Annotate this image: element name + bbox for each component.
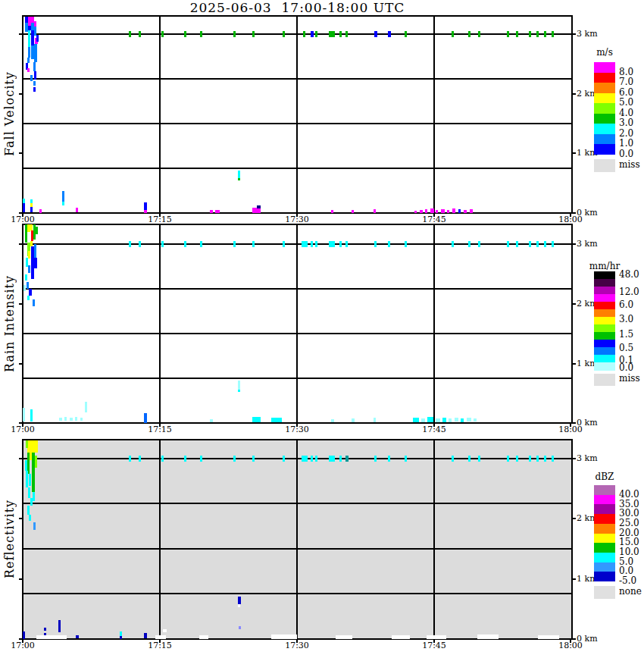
gridline-horizontal <box>23 333 572 334</box>
colorbar-segment <box>594 287 615 295</box>
colorbar-tick-label: 8.0 <box>619 67 633 77</box>
gridline-horizontal <box>23 458 572 459</box>
colorbar-missing-label: miss <box>619 159 640 170</box>
data-mark <box>388 456 390 462</box>
data-mark <box>405 456 407 462</box>
data-mark <box>336 635 352 639</box>
data-mark <box>238 381 240 390</box>
colorbar-missing-swatch <box>594 159 615 172</box>
data-mark <box>458 209 461 213</box>
data-mark <box>331 210 333 213</box>
data-mark <box>239 626 241 629</box>
colorbar-tick-label: 48.0 <box>619 269 639 280</box>
data-mark <box>27 58 30 63</box>
data-mark <box>28 487 30 498</box>
data-mark <box>392 635 410 639</box>
colorbar-segment <box>594 309 615 318</box>
data-mark <box>215 210 220 213</box>
colorbar-segment <box>594 332 615 340</box>
data-mark <box>59 418 62 421</box>
data-mark <box>27 296 30 300</box>
height-axis-tick-left <box>19 152 22 154</box>
data-mark <box>30 409 33 421</box>
height-axis-label: 3 km <box>577 29 598 39</box>
data-mark <box>478 241 480 247</box>
colorbar-segment <box>594 73 615 83</box>
height-axis-tick-right <box>573 152 576 154</box>
data-mark <box>238 390 240 392</box>
data-mark <box>374 209 376 213</box>
data-mark <box>536 456 539 462</box>
time-axis-label: 17:30 <box>285 641 309 650</box>
colorbar-segment <box>594 144 615 155</box>
data-mark <box>374 241 377 247</box>
data-mark <box>271 418 282 422</box>
colorbar-missing-swatch <box>594 374 615 386</box>
data-mark <box>467 418 471 421</box>
colorbar-unit-label: m/s <box>579 47 630 58</box>
data-mark <box>129 456 131 462</box>
panel-frame-left <box>22 224 23 423</box>
data-mark <box>35 456 37 468</box>
panel-title-fall-velocity: Fall Velocity <box>1 15 17 213</box>
data-mark <box>238 171 240 178</box>
panel-frame-left <box>22 439 23 639</box>
gridline-vertical <box>296 224 298 423</box>
height-axis-tick-left <box>19 303 22 305</box>
time-axis-label: 18:00 <box>558 641 583 650</box>
data-mark <box>238 178 240 180</box>
data-mark <box>468 31 470 37</box>
time-axis-label: 18:00 <box>558 425 583 434</box>
colorbar-segment <box>594 562 615 572</box>
panel-frame-right <box>571 15 573 213</box>
colorbar-segment <box>594 317 615 325</box>
height-axis-tick-right <box>573 363 576 365</box>
data-mark <box>120 636 122 639</box>
gridline-horizontal <box>23 503 572 504</box>
data-mark <box>76 208 78 212</box>
data-mark <box>184 456 186 462</box>
data-mark <box>139 31 141 37</box>
data-mark <box>238 604 240 607</box>
data-mark <box>58 620 61 632</box>
data-mark <box>529 241 531 247</box>
height-axis-tick-right <box>573 518 576 519</box>
data-mark <box>62 202 64 205</box>
gridline-vertical <box>159 439 161 639</box>
data-mark <box>200 456 202 462</box>
colorbar-segment <box>594 62 615 73</box>
colorbar-segment <box>594 103 615 114</box>
data-mark <box>161 31 164 37</box>
colorbar-tick-label: 1.5 <box>619 329 633 340</box>
gridline-horizontal <box>23 593 572 594</box>
data-mark <box>36 635 67 639</box>
height-axis-tick-left <box>19 93 22 95</box>
panel-frame-right <box>571 439 573 639</box>
data-mark <box>339 31 342 37</box>
data-mark <box>339 456 342 462</box>
data-mark <box>44 628 46 631</box>
data-mark <box>184 241 186 247</box>
data-mark <box>420 210 423 213</box>
gridline-vertical <box>296 439 298 639</box>
gridline-vertical <box>433 15 435 213</box>
mrr-quicklook-chart: 2025-06-03 17:00-18:00 UTC 3 km2 km1 km0… <box>0 0 644 658</box>
colorbar-missing-swatch <box>594 586 615 599</box>
data-mark <box>302 456 308 462</box>
data-mark <box>427 417 433 422</box>
colorbar-tick-label: 30.0 <box>619 508 639 519</box>
chart-title: 2025-06-03 17:00-18:00 UTC <box>23 0 572 15</box>
data-mark <box>144 202 147 210</box>
data-mark <box>144 413 147 423</box>
data-mark <box>33 522 36 530</box>
time-axis-label: 17:30 <box>285 425 309 434</box>
colorbar-segment <box>594 124 615 134</box>
colorbar-tick-label: 0.0 <box>619 149 633 159</box>
colorbar-segment <box>594 114 615 124</box>
data-mark <box>544 31 546 37</box>
panel-title-rain-intensity: Rain Intensity <box>1 224 17 423</box>
data-mark <box>161 456 164 462</box>
data-mark <box>315 456 317 462</box>
data-mark <box>388 241 390 247</box>
data-mark <box>516 241 518 247</box>
